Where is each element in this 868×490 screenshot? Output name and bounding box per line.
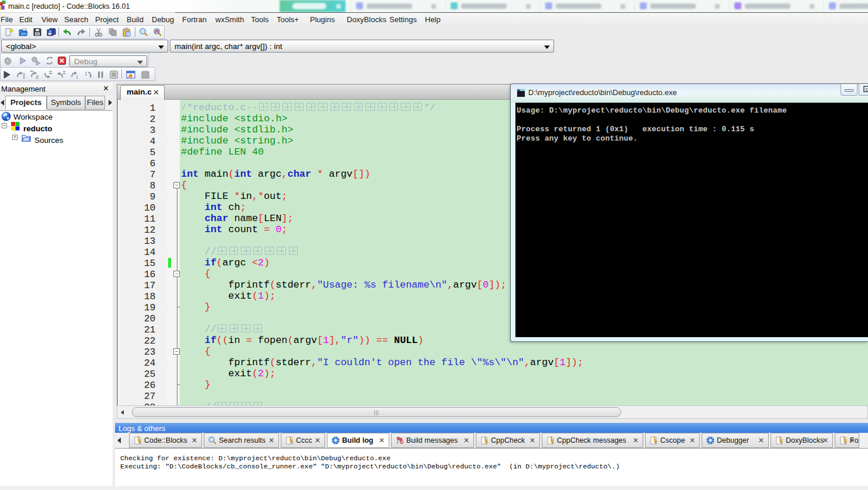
- svg-text:R: R: [155, 28, 159, 34]
